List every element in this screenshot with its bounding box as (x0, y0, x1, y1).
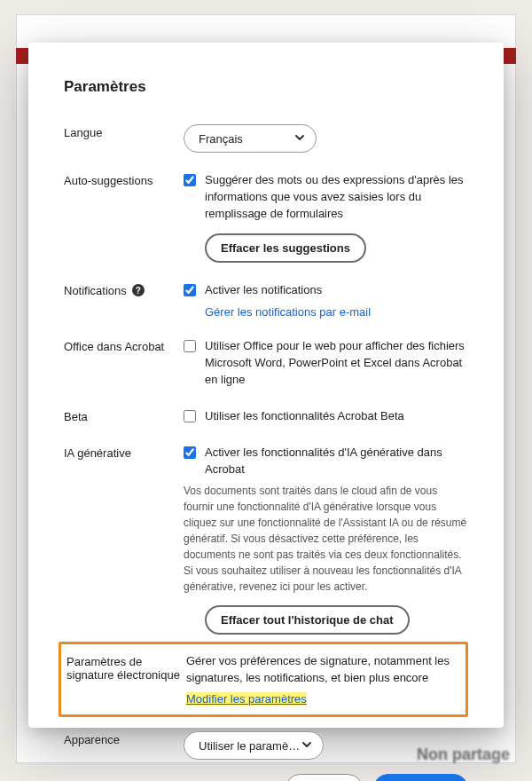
label-beta: Beta (64, 408, 184, 423)
row-appearance: Apparence Utiliser le paramètre sy… (64, 731, 468, 760)
appearance-select-value: Utiliser le paramètre sy… (199, 739, 301, 753)
label-notifications: Notifications ? (64, 282, 184, 297)
settings-modal: Paramètres Langue Français Auto-suggesti… (28, 43, 504, 728)
label-office: Office dans Acrobat (64, 338, 184, 353)
genai-text: Activer les fonctionnalités d'IA générat… (205, 445, 468, 478)
row-beta: Beta Utiliser les fonctionnalités Acroba… (64, 408, 468, 425)
esign-highlight-box: Paramètres de signature électronique Gér… (59, 642, 468, 717)
label-notifications-text: Notifications (64, 284, 127, 297)
language-select[interactable]: Français (184, 124, 317, 153)
clear-chat-history-button[interactable]: Effacer tout l'historique de chat (205, 605, 410, 635)
autosuggest-checkbox[interactable] (184, 174, 196, 186)
label-appearance: Apparence (64, 731, 184, 746)
row-office: Office dans Acrobat Utiliser Office pour… (64, 338, 468, 389)
appearance-select[interactable]: Utiliser le paramètre sy… (184, 731, 324, 760)
help-icon[interactable]: ? (132, 284, 145, 296)
label-autosuggest: Auto-suggestions (64, 172, 184, 187)
genai-fineprint: Vos documents sont traités dans le cloud… (184, 483, 468, 595)
manage-email-notifications-link[interactable]: Gérer les notifications par e-mail (205, 305, 371, 319)
modal-title: Paramètres (64, 78, 468, 96)
clear-suggestions-button[interactable]: Effacer les suggestions (205, 233, 366, 263)
row-autosuggest: Auto-suggestions Suggérer des mots ou de… (64, 172, 468, 263)
office-text: Utiliser Office pour le web pour affiche… (205, 338, 468, 389)
beta-text: Utiliser les fonctionnalités Acrobat Bet… (205, 408, 404, 425)
label-esign: Paramètres de signature électronique (66, 653, 186, 682)
label-genai: IA générative (64, 445, 184, 460)
office-checkbox[interactable] (184, 340, 196, 352)
modal-footer: Annuler Enregistrer (64, 774, 468, 781)
autosuggest-text: Suggérer des mots ou des expressions d'a… (205, 172, 468, 223)
row-notifications: Notifications ? Activer les notification… (64, 282, 468, 320)
genai-checkbox[interactable] (184, 446, 196, 459)
label-language: Langue (64, 124, 184, 139)
modify-esign-settings-link[interactable]: Modifier les paramètres (186, 692, 307, 706)
beta-checkbox[interactable] (184, 410, 196, 422)
chevron-down-icon (294, 132, 305, 146)
row-genai: IA générative Activer les fonctionnalité… (64, 445, 468, 635)
notifications-text: Activer les notifications (205, 282, 322, 299)
save-button[interactable]: Enregistrer (373, 774, 468, 781)
chevron-down-icon (301, 739, 312, 753)
row-language: Langue Français (64, 124, 468, 153)
esign-text: Gérer vos préférences de signature, nota… (186, 653, 458, 687)
language-select-value: Français (199, 132, 243, 146)
cancel-button[interactable]: Annuler (286, 774, 363, 781)
notifications-checkbox[interactable] (184, 284, 196, 296)
